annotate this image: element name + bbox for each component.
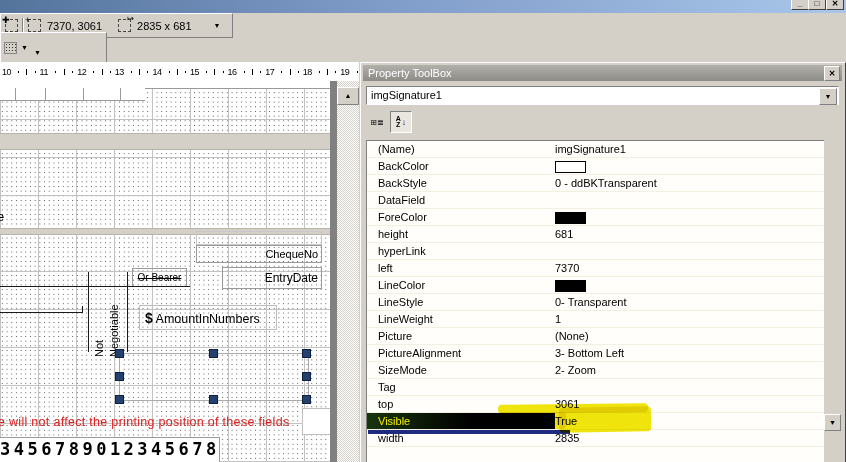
property-name: Tag (367, 379, 555, 395)
object-selector-combo[interactable]: imgSignature1 ▼ (366, 86, 839, 105)
ruler-number: 15 (190, 67, 199, 77)
ruler-tick (281, 71, 282, 73)
scroll-up-button[interactable]: ▲ (337, 87, 359, 105)
categorized-view-button[interactable]: ⊞≣ (366, 111, 388, 133)
selection-handle[interactable] (115, 349, 124, 358)
signature-line[interactable] (0, 312, 83, 313)
property-value[interactable] (555, 192, 824, 208)
currency-symbol: $ (145, 310, 153, 326)
selection-handle[interactable] (115, 372, 124, 381)
property-grid-scroll-down-button[interactable]: ▼ (824, 414, 841, 431)
cell-divider (120, 88, 121, 100)
property-row[interactable]: PictureAlignment3- Bottom Left (367, 345, 824, 362)
property-value[interactable]: 2- Zoom (555, 362, 824, 378)
toolbar-dropdown-icon[interactable]: ▼ (214, 22, 221, 29)
property-row[interactable]: LineStyle0- Transparent (367, 294, 824, 311)
selection-handle[interactable] (302, 372, 311, 381)
property-value[interactable]: 0- Transparent (555, 294, 824, 310)
scroll-down-icon: ▼ (829, 419, 836, 426)
alphabetical-sort-button[interactable]: AZ↓ (390, 111, 412, 133)
minimize-button[interactable]: _ (791, 0, 809, 10)
grid-settings-icon[interactable] (4, 42, 17, 54)
property-toolbox-close-button[interactable]: ✕ (824, 66, 840, 81)
color-swatch-icon (555, 212, 586, 224)
ruler-tick (18, 71, 19, 73)
micr-digits-field[interactable]: 34567890123456789 (0, 437, 220, 462)
property-value[interactable] (555, 158, 824, 174)
ruler-tick (206, 71, 207, 73)
ruler-tick (335, 71, 336, 73)
property-value[interactable] (555, 209, 824, 225)
property-name: LineWeight (367, 311, 555, 327)
ruler-tick (139, 69, 140, 75)
property-value[interactable] (555, 243, 824, 259)
close-button[interactable]: ✕ (826, 0, 844, 10)
property-value[interactable] (555, 379, 824, 395)
clipped-label-fragment: e (0, 209, 4, 224)
property-value[interactable]: 7370 (555, 260, 824, 276)
report-designer-canvas[interactable]: e ChequeNo Or Bearer EntryDate Not Negot… (0, 81, 330, 462)
or-bearer-field[interactable]: Or Bearer (132, 268, 187, 287)
ruler-number: 12 (77, 67, 86, 77)
property-row[interactable]: LineWeight1 (367, 311, 824, 328)
property-row[interactable]: (Name)imgSignature1 (367, 141, 824, 158)
selection-handle[interactable] (209, 395, 218, 404)
property-row[interactable]: DataField (367, 192, 824, 209)
property-value[interactable]: 1 (555, 311, 824, 327)
ruler-number: 10 (2, 67, 11, 77)
grid-dropdown-icon[interactable]: ▼ (21, 44, 28, 51)
combo-dropdown-button[interactable]: ▼ (819, 88, 837, 105)
property-value[interactable]: 0 - ddBKTransparent (555, 175, 824, 191)
property-toolbox-titlebar[interactable]: Property ToolBox ✕ (363, 65, 842, 81)
property-row[interactable]: Picture(None) (367, 328, 824, 345)
property-row[interactable]: SizeMode2- Zoom (367, 362, 824, 379)
ruler-cell: 18 (301, 62, 339, 81)
crossing-line-right[interactable] (127, 272, 128, 352)
property-grid[interactable]: (Name)imgSignature1BackColorBackStyle0 -… (366, 140, 824, 462)
position-icon: + (28, 19, 41, 32)
property-value[interactable]: 2835 (555, 430, 824, 446)
designer-vertical-scrollbar[interactable]: ▲ (337, 81, 359, 462)
property-row[interactable]: Tag (367, 379, 824, 396)
ruler-tick (357, 71, 358, 73)
selection-handle[interactable] (209, 349, 218, 358)
property-value[interactable] (555, 277, 824, 293)
property-value[interactable]: (None) (555, 328, 824, 344)
ruler-tick (26, 69, 27, 75)
entrydate-field[interactable]: EntryDate (222, 267, 322, 289)
ruler-tick (131, 71, 132, 73)
toolbar-overflow-icon[interactable]: ▼ (34, 49, 41, 56)
property-row[interactable]: BackStyle0 - ddBKTransparent (367, 175, 824, 192)
amount-field[interactable]: $ AmountInNumbers (139, 305, 277, 330)
size-icon: ↦ (118, 19, 131, 32)
move-selection-icon[interactable]: ✚ (5, 19, 18, 32)
small-label-box[interactable] (302, 408, 330, 435)
property-row[interactable]: hyperLink (367, 243, 824, 260)
selection-handle[interactable] (115, 395, 124, 404)
property-name: BackStyle (367, 175, 555, 191)
ruler-tick (185, 71, 186, 73)
property-row[interactable]: BackColor (367, 158, 824, 175)
property-value[interactable]: imgSignature1 (555, 141, 824, 157)
property-row[interactable]: ForeColor (367, 209, 824, 226)
selection-handle[interactable] (302, 349, 311, 358)
grid-toolbar: ▼ ▼ (0, 32, 107, 63)
property-row[interactable]: left7370 (367, 260, 824, 277)
selection-handle[interactable] (302, 395, 311, 404)
selected-image-control[interactable] (119, 353, 309, 401)
property-value[interactable]: 681 (555, 226, 824, 242)
color-swatch-icon (555, 280, 586, 292)
section-separator-band (0, 133, 330, 150)
maximize-button[interactable]: □ (808, 0, 826, 10)
property-name: PictureAlignment (367, 345, 555, 361)
minimize-icon: _ (798, 0, 802, 8)
property-row[interactable]: LineColor (367, 277, 824, 294)
not-negotiable-field[interactable]: Not Negotiable (92, 283, 126, 357)
chequeno-field[interactable]: ChequeNo (196, 245, 322, 263)
property-value[interactable]: 3- Bottom Left (555, 345, 824, 361)
crossing-line-left[interactable] (88, 272, 89, 352)
property-row[interactable]: height681 (367, 226, 824, 243)
ruler-tick (169, 71, 170, 73)
cell-divider (83, 88, 84, 100)
empty-field-box[interactable] (196, 231, 322, 245)
